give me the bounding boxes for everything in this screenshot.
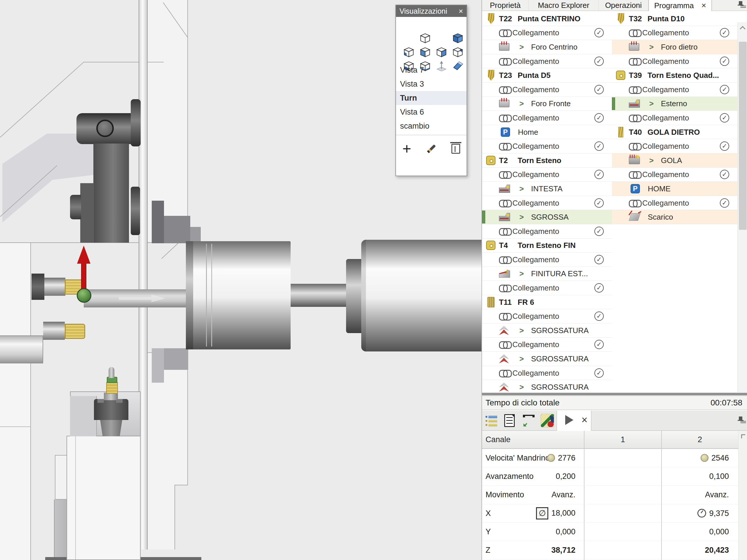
trash-icon[interactable]	[452, 144, 460, 154]
tree-row-collegamento[interactable]: Collegamento✓	[482, 83, 612, 97]
table-scrollbar[interactable]	[738, 431, 747, 560]
tree-row-collegamento[interactable]: Collegamento✓	[612, 168, 737, 182]
checked-circle-icon[interactable]: ✓	[594, 113, 604, 123]
chevron-right-icon[interactable]: >	[519, 269, 524, 278]
tree-row-collegamento[interactable]: Collegamento✓	[482, 54, 612, 69]
chevron-right-icon[interactable]: >	[519, 213, 524, 222]
tree-row-collegamento[interactable]: Collegamento✓	[482, 252, 612, 267]
tree-row-collegamento[interactable]: Collegamento✓	[612, 54, 737, 69]
view-item-vista-6[interactable]: Vista 6	[396, 105, 467, 119]
chevron-right-icon[interactable]: >	[519, 99, 524, 108]
edit-pencil-icon[interactable]	[427, 144, 436, 153]
tree-row-foro-dietro[interactable]: >Foro dietro	[612, 40, 737, 54]
operations-list-button[interactable]	[483, 412, 499, 429]
pin-icon[interactable]	[738, 1, 744, 9]
tree-row-collegamento[interactable]: Collegamento✓	[482, 366, 612, 380]
add-view-button[interactable]: +	[403, 143, 411, 155]
simulation-colors-button[interactable]	[539, 412, 556, 429]
tree-row-collegamento[interactable]: Collegamento✓	[482, 168, 612, 182]
tree-row-punta-d10[interactable]: T32Punta D10	[612, 12, 737, 26]
tree-row-collegamento[interactable]: Collegamento✓	[482, 111, 612, 125]
play-button[interactable]	[561, 412, 577, 428]
cube-face-left-icon[interactable]	[403, 46, 415, 58]
chevron-right-icon[interactable]: >	[519, 354, 524, 364]
tree-row-gola[interactable]: >GOLA	[612, 153, 737, 168]
chevron-right-icon[interactable]: >	[649, 42, 654, 51]
tree-row-scarico[interactable]: Scarico	[612, 210, 737, 224]
tree-row-collegamento[interactable]: Collegamento✓	[482, 196, 612, 210]
tree-row-esterno[interactable]: >Esterno	[612, 97, 737, 111]
tree-row-intesta[interactable]: >INTESTA	[482, 182, 612, 196]
checked-circle-icon[interactable]: ✓	[594, 85, 604, 94]
checked-circle-icon[interactable]: ✓	[594, 226, 604, 236]
checked-circle-icon[interactable]: ✓	[594, 170, 604, 179]
view-item-scambio[interactable]: scambio	[396, 119, 467, 133]
chevron-right-icon[interactable]: >	[519, 184, 524, 193]
tree-row-collegamento[interactable]: Collegamento✓	[482, 338, 612, 352]
tree-row-torn-esteno-quad-[interactable]: T39Torn Esteno Quad...	[612, 68, 737, 83]
pin-icon[interactable]	[738, 417, 744, 425]
tree-row-gola-dietro[interactable]: T40GOLA DIETRO	[612, 125, 737, 139]
tab-proprietà[interactable]: Proprietà	[482, 0, 529, 10]
tree-row-collegamento[interactable]: Collegamento✓	[612, 26, 737, 40]
tree-row-foro-fronte[interactable]: >Foro Fronte	[482, 97, 612, 111]
scrollbar-thumb[interactable]	[739, 42, 747, 230]
view-item-vista-7[interactable]: Vista 7	[396, 63, 467, 77]
checked-circle-icon[interactable]: ✓	[594, 368, 604, 378]
tree-row-collegamento[interactable]: Collegamento✓	[612, 83, 737, 97]
view-item-vista-3[interactable]: Vista 3	[396, 77, 467, 91]
checked-circle-icon[interactable]: ✓	[720, 170, 729, 179]
tree-row-home[interactable]: PHome	[482, 125, 612, 139]
cube-face-corner-icon[interactable]	[452, 46, 464, 58]
view-item-turn[interactable]: Turn	[396, 91, 467, 105]
chevron-right-icon[interactable]: >	[649, 156, 654, 165]
tree-row-punta-d5[interactable]: T23Punta D5	[482, 68, 612, 83]
stop-close-button[interactable]: ×	[576, 412, 593, 428]
views-palette-titlebar[interactable]: Visualizzazioni ×	[396, 5, 467, 17]
tab-operazioni[interactable]: Operazioni	[599, 0, 648, 10]
tree-row-fr-6[interactable]: T11FR 6	[482, 295, 612, 310]
tree-row-torn-esteno[interactable]: T2Torn Esteno	[482, 153, 612, 168]
tree-row-torn-esteno-fin[interactable]: T4Torn Esteno FIN	[482, 239, 612, 253]
checked-circle-icon[interactable]: ✓	[594, 312, 604, 321]
tree-row-sgrossa[interactable]: >SGROSSA	[482, 210, 612, 224]
cube-wireframe-icon[interactable]	[419, 31, 432, 44]
chevron-right-icon[interactable]: >	[519, 42, 524, 51]
tree-row-sgrossatura[interactable]: >SGROSSATURA	[482, 323, 612, 338]
fit-range-button[interactable]	[520, 412, 537, 429]
chevron-right-icon[interactable]: >	[519, 326, 524, 335]
tree-row-finitura-est-[interactable]: >FINITURA EST...	[482, 267, 612, 281]
checked-circle-icon[interactable]: ✓	[594, 141, 604, 151]
checked-circle-icon[interactable]: ✓	[720, 57, 729, 66]
chevron-right-icon[interactable]: >	[519, 383, 524, 392]
tree-row-collegamento[interactable]: Collegamento✓	[482, 139, 612, 153]
tab-macro-explorer[interactable]: Macro Explorer	[529, 0, 599, 10]
checked-circle-icon[interactable]: ✓	[594, 198, 604, 208]
checked-circle-icon[interactable]: ✓	[594, 28, 604, 37]
tree-row-collegamento[interactable]: Collegamento✓	[612, 196, 737, 210]
cube-solid-icon[interactable]	[452, 31, 464, 44]
tree-row-sgrossatura[interactable]: >SGROSSATURA	[482, 352, 612, 366]
close-icon[interactable]: ×	[459, 7, 463, 16]
tree-row-collegamento[interactable]: Collegamento✓	[482, 224, 612, 239]
scroll-up-icon[interactable]	[741, 434, 745, 438]
tree-row-foro-centrino[interactable]: >Foro Centrino	[482, 40, 612, 54]
tree-row-collegamento[interactable]: Collegamento✓	[612, 111, 737, 125]
checked-circle-icon[interactable]: ✓	[594, 340, 604, 349]
report-document-button[interactable]	[501, 412, 518, 429]
tree-row-collegamento[interactable]: Collegamento✓	[482, 309, 612, 323]
tree-row-collegamento[interactable]: Collegamento✓	[612, 139, 737, 153]
chevron-right-icon[interactable]: >	[649, 99, 654, 108]
tab-close-icon[interactable]: ×	[701, 1, 706, 10]
tree-row-sgrossatura[interactable]: >SGROSSATURA	[482, 380, 612, 392]
scroll-up-icon[interactable]	[740, 26, 746, 32]
checked-circle-icon[interactable]: ✓	[720, 85, 729, 94]
tree-row-punta-centrino[interactable]: T22Punta CENTRINO	[482, 12, 612, 26]
tree-scrollbar[interactable]	[737, 22, 747, 392]
checked-circle-icon[interactable]: ✓	[720, 28, 729, 37]
tab-programma[interactable]: Programma×	[648, 0, 712, 12]
cube-face-right-icon[interactable]	[435, 46, 448, 58]
tree-row-home[interactable]: PHOME	[612, 182, 737, 196]
tree-row-collegamento[interactable]: Collegamento✓	[482, 26, 612, 40]
checked-circle-icon[interactable]: ✓	[594, 57, 604, 66]
